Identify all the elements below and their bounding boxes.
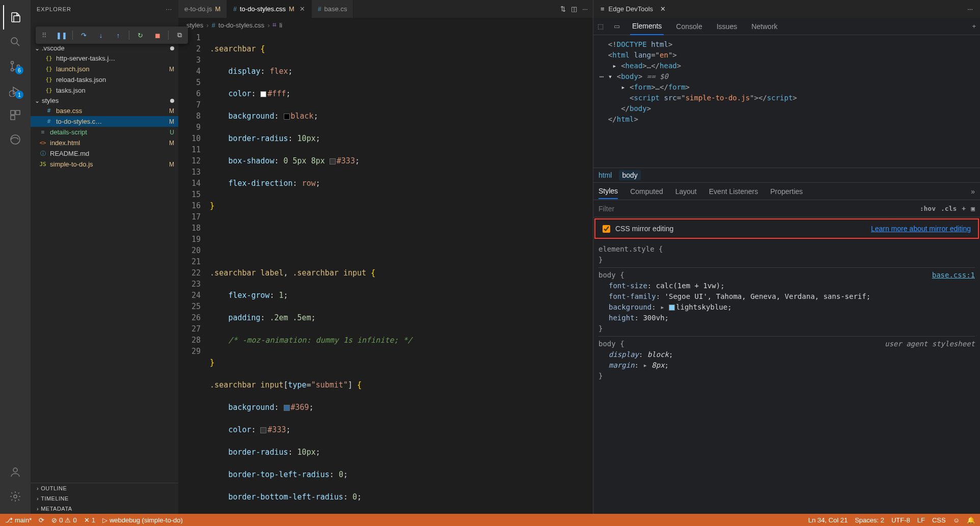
folder-label: styles	[42, 97, 59, 104]
tab-event-listeners[interactable]: Event Listeners	[709, 184, 758, 199]
file-item[interactable]: {} http-server-tasks.j…	[31, 53, 178, 64]
plus-icon[interactable]: +	[972, 22, 976, 30]
breadcrumb[interactable]: styles › # to-do-styles.css › ⌗ li	[178, 18, 593, 32]
activity-extensions-icon[interactable]	[3, 103, 28, 127]
status-language[interactable]: CSS	[932, 516, 946, 524]
tab-layout[interactable]: Layout	[675, 184, 697, 199]
debug-stepout-button[interactable]: ↑	[112, 29, 125, 42]
json-icon: {}	[45, 55, 53, 62]
file-label: simple-to-do.js	[50, 160, 93, 168]
crumb-body[interactable]: body	[619, 170, 640, 180]
split-icon[interactable]: ◫	[571, 5, 577, 13]
debug-toolbar: ⠿ ❚❚ ↷ ↓ ↑ ↻ ◼ ⧉	[36, 26, 188, 44]
tab-base-css[interactable]: # base.cs	[312, 0, 354, 18]
info-icon: ⓘ	[39, 150, 47, 157]
styles-body[interactable]: element.style { } body {base.css:1 font-…	[593, 240, 980, 514]
more-tabs-icon[interactable]: »	[971, 184, 975, 199]
svg-rect-5	[11, 110, 15, 115]
tab-issues[interactable]: Issues	[715, 18, 739, 35]
more-icon[interactable]: ···	[582, 5, 588, 13]
status-branch[interactable]: ⎇main*	[5, 516, 32, 524]
panel-icon[interactable]: ▣	[971, 205, 975, 212]
file-item[interactable]: <> index.html M	[31, 137, 178, 148]
breadcrumb-item[interactable]: to-do-styles.css	[219, 21, 264, 29]
tab-bar: e-to-do.js M # to-do-styles.css M ✕ # ba…	[178, 0, 593, 18]
tab-console[interactable]: Console	[674, 18, 704, 35]
activity-scm-icon[interactable]: 6	[3, 54, 28, 78]
file-item[interactable]: # to-do-styles.c… M	[31, 116, 178, 127]
crumb-html[interactable]: html	[598, 171, 612, 179]
status-problems[interactable]: ⊘0 ⚠0	[51, 516, 76, 524]
cls-button[interactable]: .cls	[941, 205, 957, 212]
svg-rect-6	[16, 110, 20, 115]
dom-tree[interactable]: <!DOCTYPE html> <html lang="en"> ▸ <head…	[593, 35, 980, 168]
file-item[interactable]: JS simple-to-do.js M	[31, 159, 178, 170]
debug-screencast-button[interactable]: ⧉	[173, 29, 186, 42]
activity-settings-icon[interactable]	[3, 484, 28, 509]
plus-icon[interactable]: +	[962, 205, 966, 212]
tab-simple-todo-js[interactable]: e-to-do.js M	[178, 0, 227, 18]
activity-edge-icon[interactable]	[3, 127, 28, 152]
status-sync[interactable]: ⟳	[39, 516, 44, 524]
breadcrumb-item[interactable]: styles	[186, 21, 203, 29]
outline-panel[interactable]: ›OUTLINE	[31, 483, 178, 493]
status-encoding[interactable]: UTF-8	[891, 516, 910, 524]
chevron-right-icon: ›	[37, 506, 39, 512]
status-launch[interactable]: ▷webdebug (simple-to-do)	[102, 516, 183, 524]
timeline-panel[interactable]: ›TIMELINE	[31, 493, 178, 504]
device-icon[interactable]: ▭	[614, 22, 620, 30]
tab-elements[interactable]: Elements	[630, 18, 664, 35]
explorer-more-icon[interactable]: ···	[166, 6, 172, 12]
tab-label: base.cs	[324, 5, 347, 13]
tab-styles[interactable]: Styles	[598, 184, 618, 199]
tab-label: e-to-do.js	[184, 5, 212, 13]
status-eol[interactable]: LF	[917, 516, 925, 524]
file-item[interactable]: {} tasks.json	[31, 85, 178, 96]
debug-stop-button[interactable]: ◼	[151, 29, 164, 42]
file-item[interactable]: {} reload-tasks.json	[31, 74, 178, 85]
status-ports[interactable]: ✕1	[84, 516, 95, 524]
activity-account-icon[interactable]	[3, 460, 28, 484]
breadcrumb-item[interactable]: li	[279, 21, 282, 29]
close-icon[interactable]: ✕	[660, 5, 666, 13]
status-spaces[interactable]: Spaces: 2	[855, 516, 884, 524]
mirror-learn-more-link[interactable]: Learn more about mirror editing	[871, 225, 971, 233]
folder-vscode[interactable]: ⌄ .vscode	[31, 43, 178, 53]
debug-restart-button[interactable]: ↻	[133, 29, 147, 42]
activity-explorer-icon[interactable]	[3, 5, 28, 30]
close-icon[interactable]: ✕	[300, 5, 305, 13]
mirror-checkbox[interactable]	[603, 225, 610, 233]
file-item[interactable]: ≡ details-script U	[31, 127, 178, 137]
more-icon[interactable]: ···	[967, 5, 973, 13]
css-icon: #	[45, 118, 53, 125]
debug-pause-button[interactable]: ❚❚	[55, 29, 68, 42]
file-item[interactable]: ⓘ README.md	[31, 148, 178, 159]
status-feedback-icon[interactable]: ☺	[953, 516, 960, 524]
source-link[interactable]: base.css:1	[932, 270, 975, 281]
metadata-panel[interactable]: ›METADATA	[31, 504, 178, 514]
activity-debug-icon[interactable]: 1	[3, 78, 28, 103]
styles-filter-input[interactable]	[598, 205, 915, 213]
code-editor[interactable]: 1234567891011121314151617181920212223242…	[178, 32, 593, 514]
css-icon: #	[45, 107, 53, 114]
file-item[interactable]: # base.css M	[31, 105, 178, 116]
folder-styles[interactable]: ⌄ styles	[31, 96, 178, 105]
tab-network[interactable]: Network	[749, 18, 779, 35]
tab-properties[interactable]: Properties	[770, 184, 803, 199]
compare-icon[interactable]: ⇅	[560, 5, 566, 13]
hov-button[interactable]: :hov	[920, 205, 936, 212]
status-position[interactable]: Ln 34, Col 21	[808, 516, 848, 524]
status-bell-icon[interactable]: 🔔	[967, 516, 975, 524]
debug-grip-icon[interactable]: ⠿	[38, 29, 51, 42]
file-item[interactable]: {} launch.json M	[31, 64, 178, 74]
debug-stepover-button[interactable]: ↷	[77, 29, 90, 42]
code-content[interactable]: .searchbar { display: flex; color: #fff;…	[210, 32, 593, 514]
tab-todo-styles-css[interactable]: # to-do-styles.css M ✕	[227, 0, 312, 18]
tools-icon: ✕	[84, 516, 90, 524]
activity-search-icon[interactable]	[3, 30, 28, 54]
tab-computed[interactable]: Computed	[630, 184, 663, 199]
debug-stepinto-button[interactable]: ↓	[94, 29, 107, 42]
line-gutter: 1234567891011121314151617181920212223242…	[178, 32, 210, 514]
file-label: base.css	[56, 107, 82, 115]
inspect-icon[interactable]: ⬚	[597, 22, 604, 30]
